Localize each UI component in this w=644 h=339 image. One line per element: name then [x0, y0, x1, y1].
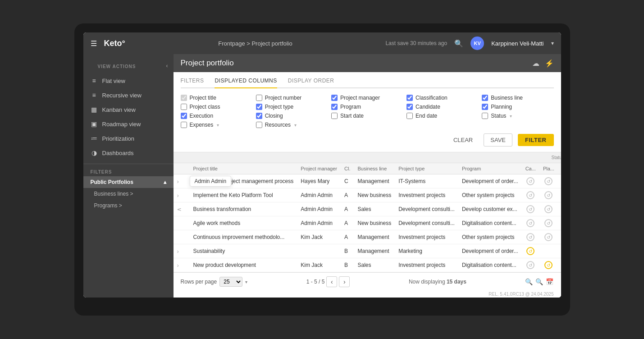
project-title-cell: Implement the Keto Platform Tool Admin A…: [190, 188, 297, 202]
table-row[interactable]: › New product development Kim Jack B Sal…: [174, 258, 561, 272]
filter-project-title[interactable]: Project title: [181, 95, 252, 101]
filter-business-line[interactable]: Business line: [482, 95, 553, 101]
filter-button[interactable]: FILTER: [518, 134, 554, 146]
th-candidate: Ca...: [522, 163, 539, 174]
planning-cell: [539, 244, 558, 258]
search-icon[interactable]: 🔍: [454, 39, 463, 48]
sidebar-item-kanban-view[interactable]: ▦ Kanban view: [83, 102, 174, 117]
execution-cell: ↺: [558, 230, 561, 244]
status-arrow-gray: ↺: [544, 177, 553, 185]
sidebar-collapse-icon[interactable]: ‹: [166, 63, 168, 69]
sidebar-item-flat-view[interactable]: ≡ Flat view: [83, 73, 174, 88]
tab-filters[interactable]: FILTERS: [181, 78, 204, 87]
sidebar-public-portfolios[interactable]: Public Portfolios ▴: [83, 176, 174, 188]
sidebar-item-label: Flat view: [102, 78, 125, 84]
sidebar-item-roadmap-view[interactable]: ▣ Roadmap view: [83, 117, 174, 131]
filter-planning[interactable]: Planning: [482, 104, 553, 110]
table-row[interactable]: › Implement the Keto Platform Tool Admin…: [174, 188, 561, 202]
filter-end-date[interactable]: End date: [406, 113, 478, 119]
display-icons: 🔍 🔍 📅: [525, 278, 553, 285]
th-project-manager: Project manager: [297, 163, 341, 174]
expand-icon[interactable]: ›: [177, 192, 179, 199]
expand-cell[interactable]: [174, 216, 190, 230]
table-row[interactable]: ∨ Business transformation Admin Admin A …: [174, 202, 561, 216]
expand-cell[interactable]: [174, 230, 190, 244]
page-info: 1 - 5 / 5: [306, 279, 325, 285]
filter-program[interactable]: Program: [331, 104, 403, 110]
expand-icon[interactable]: ∨: [176, 207, 183, 211]
filter-resources[interactable]: Resources ▾: [256, 122, 328, 128]
save-button[interactable]: SAVE: [484, 133, 512, 147]
filter-start-date[interactable]: Start date: [331, 113, 403, 119]
user-dropdown-icon[interactable]: ▾: [551, 40, 554, 46]
version-info: REL. 5.41.0RC13 @ 24.04.2025: [174, 291, 561, 298]
expand-cell[interactable]: ›: [174, 188, 190, 202]
expand-icon[interactable]: ›: [177, 262, 179, 269]
project-title: Business transformation: [193, 206, 251, 212]
filter-project-class[interactable]: Project class: [181, 104, 252, 110]
table-body: › Launch new project management process …: [174, 174, 561, 272]
table-row[interactable]: Continuous improvement methodolo... Kim …: [174, 230, 561, 244]
filter-closing[interactable]: Closing: [256, 113, 328, 119]
status-arrow-gray: ↺: [526, 233, 534, 241]
filter-icon[interactable]: ⚡: [545, 59, 554, 68]
filter-project-number[interactable]: Project number: [256, 95, 328, 101]
project-manager-cell: Admin Admin: [297, 216, 341, 230]
zoom-out-icon[interactable]: 🔍: [535, 278, 543, 285]
sidebar-filter-business-lines[interactable]: Business lines >: [83, 188, 174, 200]
filter-project-manager[interactable]: Project manager: [331, 95, 403, 101]
planning-cell: ↺: [539, 188, 558, 202]
tab-display-order[interactable]: DISPLAY ORDER: [288, 78, 334, 87]
expand-cell[interactable]: ›: [174, 174, 190, 188]
expand-icon[interactable]: ›: [177, 248, 179, 255]
portfolio-collapse-icon[interactable]: ▴: [164, 179, 166, 185]
status-arrow-gray: ↺: [526, 219, 534, 227]
tab-displayed-columns[interactable]: DISPLAYED COLUMNS: [215, 78, 277, 88]
filter-status[interactable]: Status ▾: [482, 113, 553, 119]
filter-candidate[interactable]: Candidate: [406, 104, 478, 110]
filter-project-type[interactable]: Project type: [256, 104, 328, 110]
page-title: Project portfolio: [181, 59, 234, 68]
filter-expenses[interactable]: Expenses ▾: [181, 122, 252, 128]
page-header: Project portfolio ☁ ⚡: [174, 54, 561, 72]
rows-per-page-select[interactable]: 25 50 100: [219, 277, 242, 287]
business-line-cell: Sales: [354, 202, 395, 216]
business-line-cell: New business: [354, 216, 395, 230]
project-title-cell: Agile work methods: [190, 216, 297, 230]
table-row[interactable]: › Sustainability B Management Marketing …: [174, 244, 561, 258]
hamburger-icon[interactable]: ☰: [91, 39, 97, 48]
next-page-button[interactable]: ›: [339, 276, 350, 287]
sidebar-filter-programs[interactable]: Programs >: [83, 200, 174, 211]
sidebar-item-recursive-view[interactable]: ≡ Recursive view: [83, 88, 174, 102]
chevron-down-icon: ▾: [245, 279, 247, 284]
candidate-cell: ↺: [522, 230, 539, 244]
calendar-icon[interactable]: 📅: [546, 278, 553, 285]
business-line-cell: New business: [354, 188, 395, 202]
filter-execution[interactable]: Execution: [181, 113, 252, 119]
cloud-icon[interactable]: ☁: [532, 59, 539, 68]
expand-cell[interactable]: ›: [174, 258, 190, 272]
expand-icon[interactable]: ›: [177, 178, 179, 185]
clear-button[interactable]: CLEAR: [448, 134, 478, 146]
sidebar-item-dashboards[interactable]: ◑ Dashboards: [83, 146, 174, 160]
filter-actions: CLEAR SAVE FILTER: [181, 133, 554, 147]
candidate-cell: ↺: [522, 244, 539, 258]
planning-cell: ↺: [539, 258, 558, 272]
table-row[interactable]: › Launch new project management process …: [174, 174, 561, 188]
filter-classification[interactable]: Classification: [406, 95, 478, 101]
planning-cell: ↺: [539, 230, 558, 244]
expand-cell[interactable]: ∨: [174, 202, 190, 216]
program-cell: Develop customer ex...: [458, 202, 522, 216]
program-cell: Digitalisation content...: [458, 216, 522, 230]
th-classification: Cl.: [341, 163, 354, 174]
th-program: Program: [458, 163, 522, 174]
candidate-cell: ↺: [522, 174, 539, 188]
sidebar-item-prioritization[interactable]: ≔ Prioritization: [83, 131, 174, 146]
status-arrow-gray: ↺: [526, 261, 534, 269]
table-row[interactable]: Agile work methods Admin Admin A New bus…: [174, 216, 561, 230]
page-header-icons: ☁ ⚡: [532, 59, 554, 68]
expand-cell[interactable]: ›: [174, 244, 190, 258]
kanban-view-icon: ▦: [91, 106, 98, 113]
prev-page-button[interactable]: ‹: [326, 276, 337, 287]
zoom-in-icon[interactable]: 🔍: [525, 278, 533, 285]
